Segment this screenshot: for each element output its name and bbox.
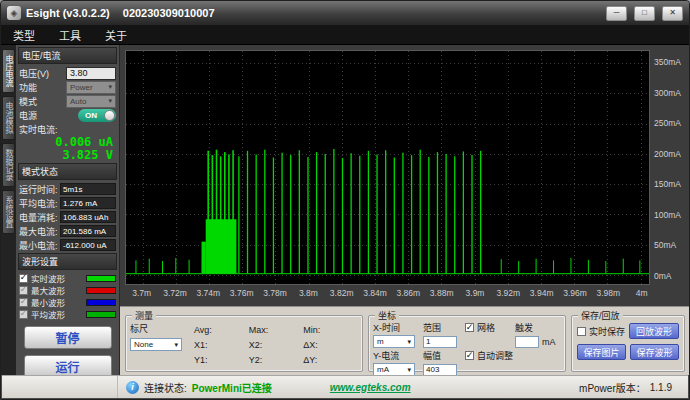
realtime-save-label: 实时保存	[589, 325, 625, 338]
status-row-runtime: 运行时间: 5m1s	[18, 182, 117, 196]
minimize-button[interactable]: ─	[606, 6, 627, 21]
chevron-down-icon: ▾	[407, 338, 411, 346]
x-tick-label: 3.7m	[132, 288, 151, 298]
side-tab-battery-sim[interactable]: 电池模拟	[2, 96, 15, 140]
status-label: 电量消耗:	[19, 211, 58, 224]
x-tick-label: 3.98m	[597, 288, 621, 298]
function-value: Power	[70, 83, 93, 92]
website-link[interactable]: www.egteks.com	[330, 382, 411, 393]
wave-label: 最大波形	[31, 284, 65, 296]
y-tick-label: 300mA	[654, 88, 681, 98]
voltage-input[interactable]	[66, 67, 116, 80]
mode-select[interactable]: Auto ▾	[66, 95, 116, 108]
side-tab-system[interactable]: 系统设置	[2, 190, 15, 234]
wave-row-realtime: 实时波形	[18, 272, 117, 284]
menubar: 类型 工具 关于	[1, 25, 689, 45]
wave-row-min: 最小波形	[18, 296, 117, 308]
x2-label: X2:	[249, 340, 304, 350]
connection-status-value: PowerMini已连接	[192, 380, 272, 395]
function-row: 功能 Power ▾	[18, 80, 117, 94]
ruler-select[interactable]: None ▾	[130, 338, 182, 351]
close-button[interactable]: ✕	[662, 6, 683, 21]
realtime-wave-checkbox[interactable]	[19, 274, 28, 283]
pause-button[interactable]: 暂停	[24, 326, 112, 349]
measure-group-title: 测量	[132, 309, 156, 322]
avg-label: Avg:	[194, 325, 249, 335]
menu-about[interactable]: 关于	[93, 25, 139, 45]
x-tick-label: 3.82m	[330, 288, 354, 298]
chevron-down-icon: ▾	[108, 83, 112, 91]
maximize-button[interactable]: □	[634, 6, 655, 21]
status-value: 106.883 uAh	[60, 211, 116, 223]
amplitude-input[interactable]	[423, 364, 457, 376]
y-current-label: Y-电流	[373, 349, 419, 362]
status-row-avg-current: 平均电流: 1.276 mA	[18, 196, 117, 210]
x-unit-value: m	[377, 337, 384, 346]
supply-label: 电源	[19, 109, 37, 122]
y-tick-label: 0mA	[654, 271, 671, 281]
x-tick-label: 3.92m	[497, 288, 521, 298]
menu-type[interactable]: 类型	[1, 25, 47, 45]
grid-checkbox[interactable]	[465, 323, 474, 332]
status-value: -612.000 uA	[60, 239, 116, 251]
power-toggle[interactable]: ON	[78, 109, 116, 122]
trigger-input[interactable]	[515, 336, 539, 348]
status-row-consumption: 电量消耗: 106.883 uAh	[18, 210, 117, 224]
max-label: Max:	[249, 325, 304, 335]
realtime-save-row: 实时保存	[577, 325, 625, 338]
max-wave-checkbox[interactable]	[19, 286, 28, 295]
save-wave-button[interactable]: 保存波形	[630, 344, 679, 360]
wave-color-swatch	[86, 275, 116, 282]
auto-adjust-checkbox[interactable]	[465, 351, 474, 360]
realtime-save-checkbox[interactable]	[577, 327, 586, 336]
wave-row-max: 最大波形	[18, 284, 117, 296]
coords-group-title: 坐标	[375, 309, 399, 322]
range-input[interactable]	[423, 336, 457, 348]
wave-label: 最小波形	[31, 296, 65, 308]
statusbar-spacer	[2, 376, 118, 398]
status-row-max-current: 最大电流: 201.586 mA	[18, 224, 117, 238]
x-tick-label: 3.72m	[163, 288, 187, 298]
status-value: 1.276 mA	[60, 197, 116, 209]
wave-label: 平均波形	[31, 308, 65, 320]
measure-group: 测量 标尺 None ▾ Avg: Max: Min:	[125, 315, 363, 372]
x-tick-label: 3.8m	[299, 288, 318, 298]
menu-tools[interactable]: 工具	[47, 25, 93, 45]
auto-adjust-label: 自动调整	[477, 349, 513, 362]
realtime-current-row: 实时电流:	[18, 122, 117, 136]
wave-color-swatch	[86, 287, 116, 294]
chevron-down-icon: ▾	[108, 97, 112, 105]
ruler-label: 标尺	[130, 322, 190, 335]
supply-row: 电源 ON	[18, 108, 117, 122]
function-select[interactable]: Power ▾	[66, 81, 116, 94]
x1-label: X1:	[194, 340, 249, 350]
mode-row: 模式 Auto ▾	[18, 94, 117, 108]
x-time-label: X-时间	[373, 321, 419, 334]
y-tick-label: 50mA	[654, 240, 676, 250]
wave-color-swatch	[86, 299, 116, 306]
wave-row-avg: 平均波形	[18, 308, 117, 320]
chevron-down-icon: ▾	[174, 341, 178, 349]
trigger-cell: mA	[515, 336, 561, 348]
dy-label: ΔY:	[303, 355, 358, 365]
section-header-wave-settings: 波形设置	[18, 253, 117, 270]
y-axis: 0mA50mA100mA150mA200mA250mA300mA350mA	[651, 50, 688, 285]
bottom-panel: 测量 标尺 None ▾ Avg: Max: Min:	[120, 306, 689, 375]
status-value: 5m1s	[60, 183, 116, 195]
replay-wave-button[interactable]: 回放波形	[629, 323, 679, 339]
y1-label: Y1:	[194, 355, 249, 365]
side-tab-data-log[interactable]: 数据记录	[2, 143, 15, 187]
grid-label: 网格	[477, 321, 495, 334]
side-tab-voltage-current[interactable]: 电压电流	[2, 49, 15, 93]
waveform-canvas	[126, 51, 649, 284]
waveform-plot[interactable]	[125, 50, 650, 285]
avg-wave-checkbox[interactable]	[19, 310, 28, 319]
auto-adjust-row: 自动调整	[465, 349, 561, 362]
y-tick-label: 150mA	[654, 179, 681, 189]
status-label: 最大电流:	[19, 225, 58, 238]
min-wave-checkbox[interactable]	[19, 298, 28, 307]
x-unit-select[interactable]: m ▾	[373, 335, 415, 348]
trigger-label: 触发	[515, 321, 561, 334]
save-image-button[interactable]: 保存图片	[577, 344, 626, 360]
status-label: 运行时间:	[19, 183, 58, 196]
